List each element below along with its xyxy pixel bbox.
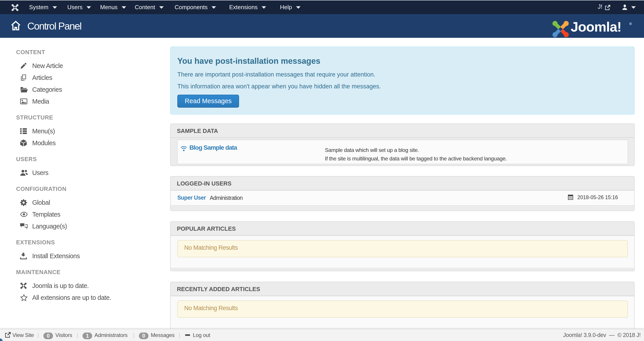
svg-text:®: ®	[629, 22, 632, 26]
svg-text:Joomla!: Joomla!	[571, 20, 622, 35]
